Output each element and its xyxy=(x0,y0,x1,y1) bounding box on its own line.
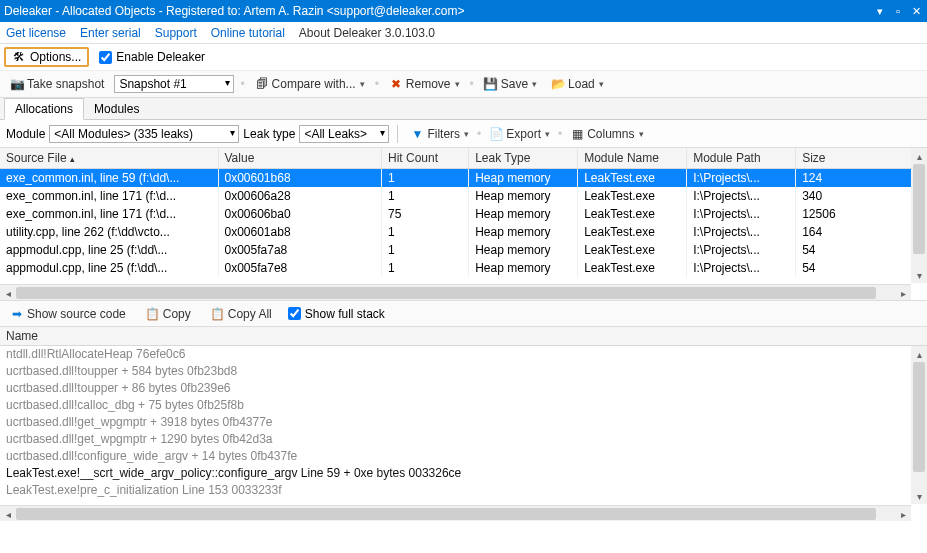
stack-hscrollbar[interactable]: ◂ ▸ xyxy=(0,505,911,521)
scroll-down-icon[interactable]: ▾ xyxy=(911,488,927,504)
show-full-stack-checkbox[interactable]: Show full stack xyxy=(288,307,385,321)
leak-type-dropdown[interactable]: <All Leaks> xyxy=(299,125,389,143)
take-snapshot-button[interactable]: 📷 Take snapshot xyxy=(6,75,108,93)
cell-src: appmodul.cpp, line 25 (f:\dd\... xyxy=(0,259,218,277)
menu-get-license[interactable]: Get license xyxy=(6,26,66,40)
stack-item[interactable]: ucrtbased.dll!get_wpgmptr + 1290 bytes 0… xyxy=(0,431,927,448)
col-size[interactable]: Size xyxy=(796,148,927,169)
scroll-left-icon[interactable]: ◂ xyxy=(0,285,16,300)
columns-button[interactable]: ▦ Columns ▾ xyxy=(566,125,647,143)
table-row[interactable]: exe_common.inl, line 59 (f:\dd\...0x0060… xyxy=(0,169,927,188)
close-icon[interactable]: ✕ xyxy=(909,4,923,18)
table-row[interactable]: appmodul.cpp, line 25 (f:\dd\...0x005fa7… xyxy=(0,259,927,277)
chevron-down-icon: ▾ xyxy=(599,79,604,89)
col-value[interactable]: Value xyxy=(218,148,382,169)
cell-path: I:\Projects\... xyxy=(687,187,796,205)
maximize-icon[interactable]: ▫ xyxy=(891,4,905,18)
allocations-grid[interactable]: Source File Value Hit Count Leak Type Mo… xyxy=(0,148,927,277)
copy-button[interactable]: 📋 Copy xyxy=(142,305,195,323)
stack-item[interactable]: ucrtbased.dll!configure_wide_argv + 14 b… xyxy=(0,448,927,465)
copy-all-button[interactable]: 📋 Copy All xyxy=(207,305,276,323)
stack-item[interactable]: ucrtbased.dll!toupper + 86 bytes 0fb239e… xyxy=(0,380,927,397)
grid-hscrollbar[interactable]: ◂ ▸ xyxy=(0,284,911,300)
menu-support[interactable]: Support xyxy=(155,26,197,40)
module-label: Module xyxy=(6,127,45,141)
menu-about[interactable]: About Deleaker 3.0.103.0 xyxy=(299,26,435,40)
load-icon: 📂 xyxy=(551,77,565,91)
cell-hit: 1 xyxy=(382,187,469,205)
scroll-left-icon[interactable]: ◂ xyxy=(0,506,16,521)
compare-icon: 🗐 xyxy=(255,77,269,91)
filters-button[interactable]: ▼ Filters ▾ xyxy=(406,125,473,143)
separator: • xyxy=(375,77,379,91)
tab-modules[interactable]: Modules xyxy=(84,99,149,119)
scroll-right-icon[interactable]: ▸ xyxy=(895,285,911,300)
tab-allocations[interactable]: Allocations xyxy=(4,98,84,120)
enable-deleaker-checkbox[interactable]: Enable Deleaker xyxy=(99,50,205,64)
remove-button[interactable]: ✖ Remove ▾ xyxy=(385,75,464,93)
stack-header[interactable]: Name xyxy=(0,326,927,346)
cell-mod: LeakTest.exe xyxy=(578,223,687,241)
chevron-down-icon: ▾ xyxy=(464,129,469,139)
col-leak-type[interactable]: Leak Type xyxy=(469,148,578,169)
stack-item[interactable]: ntdll.dll!RtlAllocateHeap 76efe0c6 xyxy=(0,346,927,363)
menu-online-tutorial[interactable]: Online tutorial xyxy=(211,26,285,40)
scroll-thumb[interactable] xyxy=(913,164,925,254)
load-button[interactable]: 📂 Load ▾ xyxy=(547,75,608,93)
col-source-file[interactable]: Source File xyxy=(0,148,218,169)
stack-item[interactable]: ucrtbased.dll!calloc_dbg + 75 bytes 0fb2… xyxy=(0,397,927,414)
cell-leak: Heap memory xyxy=(469,259,578,277)
compare-button[interactable]: 🗐 Compare with... ▾ xyxy=(251,75,369,93)
minimize-icon[interactable]: ▾ xyxy=(873,4,887,18)
stack-item[interactable]: LeakTest.exe!pre_c_initialization Line 1… xyxy=(0,482,927,499)
table-row[interactable]: utility.cpp, line 262 (f:\dd\vcto...0x00… xyxy=(0,223,927,241)
module-dropdown[interactable]: <All Modules> (335 leaks) xyxy=(49,125,239,143)
col-module-name[interactable]: Module Name xyxy=(578,148,687,169)
copy-all-label: Copy All xyxy=(228,307,272,321)
cell-src: exe_common.inl, line 171 (f:\d... xyxy=(0,187,218,205)
view-tabs: Allocations Modules xyxy=(0,98,927,120)
options-button[interactable]: 🛠 Options... xyxy=(4,47,89,67)
show-full-input[interactable] xyxy=(288,307,301,320)
enable-checkbox-input[interactable] xyxy=(99,51,112,64)
chevron-down-icon: ▾ xyxy=(639,129,644,139)
module-dd-value: <All Modules> (335 leaks) xyxy=(54,127,193,141)
snapshot-dropdown[interactable]: Snapshot #1 xyxy=(114,75,234,93)
stack-item[interactable]: LeakTest.exe!__scrt_wide_argv_policy::co… xyxy=(0,465,927,482)
cell-path: I:\Projects\... xyxy=(687,241,796,259)
chevron-down-icon: ▾ xyxy=(532,79,537,89)
scroll-up-icon[interactable]: ▴ xyxy=(911,346,927,362)
scroll-right-icon[interactable]: ▸ xyxy=(895,506,911,521)
save-button[interactable]: 💾 Save ▾ xyxy=(480,75,541,93)
stack-item[interactable]: ucrtbased.dll!toupper + 584 bytes 0fb23b… xyxy=(0,363,927,380)
show-source-button[interactable]: ➡ Show source code xyxy=(6,305,130,323)
camera-icon: 📷 xyxy=(10,77,24,91)
stack-list[interactable]: ntdll.dll!RtlAllocateHeap 76efe0c6ucrtba… xyxy=(0,346,927,499)
menu-enter-serial[interactable]: Enter serial xyxy=(80,26,141,40)
separator: • xyxy=(477,127,481,141)
scroll-up-icon[interactable]: ▴ xyxy=(911,148,927,164)
cell-val: 0x005fa7e8 xyxy=(218,259,382,277)
options-label: Options... xyxy=(30,50,81,64)
enable-label: Enable Deleaker xyxy=(116,50,205,64)
separator: • xyxy=(240,77,244,91)
separator xyxy=(397,125,398,143)
table-row[interactable]: exe_common.inl, line 171 (f:\d...0x00606… xyxy=(0,205,927,223)
scroll-thumb[interactable] xyxy=(913,362,925,472)
stack-item[interactable]: ucrtbased.dll!get_wpgmptr + 3918 bytes 0… xyxy=(0,414,927,431)
grid-vscrollbar[interactable]: ▴ ▾ xyxy=(911,148,927,283)
stack-vscrollbar[interactable]: ▴ ▾ xyxy=(911,346,927,504)
arrow-right-icon: ➡ xyxy=(10,307,24,321)
table-row[interactable]: exe_common.inl, line 171 (f:\d...0x00606… xyxy=(0,187,927,205)
cell-leak: Heap memory xyxy=(469,223,578,241)
export-button[interactable]: 📄 Export ▾ xyxy=(485,125,554,143)
scroll-thumb[interactable] xyxy=(16,508,876,520)
cell-src: exe_common.inl, line 59 (f:\dd\... xyxy=(0,169,218,188)
export-label: Export xyxy=(506,127,541,141)
columns-icon: ▦ xyxy=(570,127,584,141)
col-hit-count[interactable]: Hit Count xyxy=(382,148,469,169)
table-row[interactable]: appmodul.cpp, line 25 (f:\dd\...0x005fa7… xyxy=(0,241,927,259)
col-module-path[interactable]: Module Path xyxy=(687,148,796,169)
scroll-down-icon[interactable]: ▾ xyxy=(911,267,927,283)
scroll-thumb[interactable] xyxy=(16,287,876,299)
